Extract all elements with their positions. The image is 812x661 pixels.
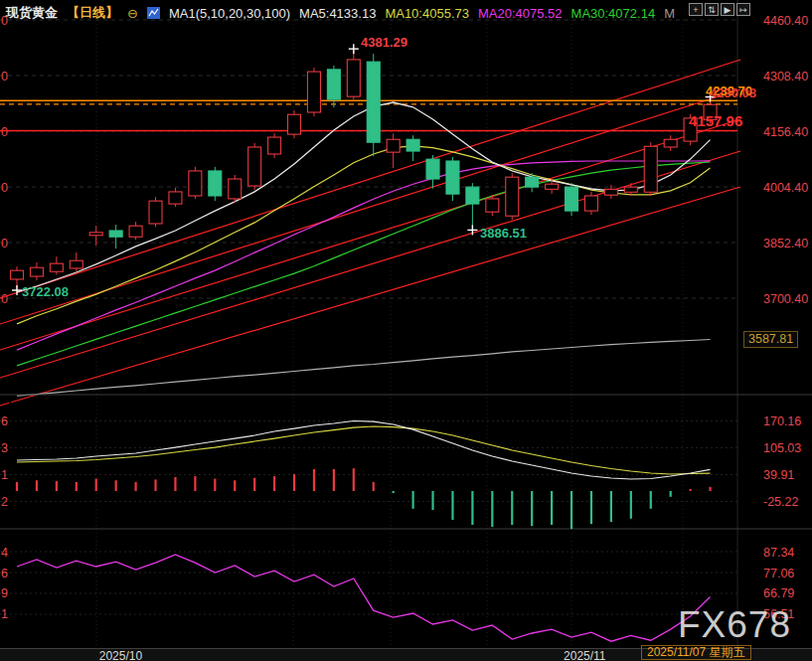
candle-body bbox=[426, 159, 439, 179]
interval-label[interactable]: 【日线】 bbox=[67, 4, 118, 22]
macd-axis-label: 105.03 bbox=[763, 441, 801, 455]
candle-body bbox=[526, 177, 539, 187]
jump-latest-icon[interactable]: ↦ bbox=[736, 3, 750, 16]
first-low-label: 3722.08 bbox=[22, 284, 69, 299]
rsi-line bbox=[17, 555, 711, 641]
zoom-range-icon[interactable]: ⇅ bbox=[705, 3, 719, 16]
candle-body bbox=[347, 60, 360, 96]
high-price-label: 4381.29 bbox=[361, 35, 407, 50]
candle-body bbox=[288, 114, 301, 134]
current-date-label: 2025/11/07 星期五 bbox=[641, 645, 751, 660]
candle-body bbox=[604, 189, 617, 195]
rsi-axis-label: 77.06 bbox=[763, 567, 794, 580]
ma5-value: MA5:4133.13 bbox=[299, 6, 376, 21]
rsi-params: RSI(14,14,14) bbox=[8, 533, 88, 548]
ma20-value: MA20:4075.52 bbox=[478, 6, 563, 21]
macd-axis-label: 170.16 bbox=[763, 414, 801, 428]
trading-chart-window: { "header": { "title": "现货黄金", "period":… bbox=[0, 0, 812, 661]
left-axis-digit: 3 bbox=[1, 441, 8, 455]
chart-toolbar: +⇅▶↦ bbox=[689, 3, 750, 16]
watermark: FX678 bbox=[678, 604, 791, 646]
left-axis-digit: 0 bbox=[1, 125, 8, 139]
macd-value: MACD:18.34 bbox=[254, 399, 328, 413]
left-axis-digit: 0 bbox=[1, 181, 8, 195]
main-chart-header: 现货黄金 【日线】 ⊖ MA1(5,10,20,30,100) MA5:4133… bbox=[6, 4, 675, 22]
ma100-line bbox=[17, 340, 711, 397]
price-axis-label: 4308.40 bbox=[763, 70, 808, 83]
candle-body bbox=[109, 231, 122, 237]
m-label: M bbox=[664, 6, 675, 21]
candle-body bbox=[664, 139, 677, 147]
candle-body bbox=[624, 187, 637, 192]
rsi-axis-label: 66.79 bbox=[763, 586, 794, 600]
candle-body bbox=[229, 179, 242, 199]
dea-line bbox=[17, 426, 711, 474]
left-axis-digit: 0 bbox=[1, 292, 8, 306]
candle-body bbox=[406, 139, 419, 151]
candle-body bbox=[486, 199, 499, 212]
price-axis-label: 3700.40 bbox=[763, 292, 808, 306]
candle-body bbox=[268, 137, 281, 154]
rsi1-value: RSI1:65.09 bbox=[98, 533, 163, 548]
candlestick-mini-icon[interactable] bbox=[147, 7, 160, 19]
candle-body bbox=[11, 270, 24, 279]
rsi-axis-label: 87.34 bbox=[763, 546, 794, 560]
price-axis-label: 4460.40 bbox=[763, 14, 808, 28]
candle-body bbox=[546, 184, 559, 189]
dif-line bbox=[17, 421, 711, 480]
ma10-value: MA10:4055.73 bbox=[385, 6, 469, 21]
candle-body bbox=[129, 226, 142, 237]
candle-body bbox=[584, 196, 597, 211]
left-axis-digit: 6 bbox=[1, 567, 8, 580]
diff-value: DIFF:52.09 bbox=[107, 399, 172, 413]
rsi3-value: RSI3:65.09 bbox=[247, 533, 312, 548]
candle-body bbox=[307, 72, 320, 112]
candle-body bbox=[387, 139, 400, 152]
candle-body bbox=[169, 192, 182, 204]
trendline bbox=[0, 187, 740, 406]
candle-body bbox=[466, 187, 479, 204]
ma100-price-tag: 3587.81 bbox=[743, 331, 798, 348]
left-axis-digit: 4 bbox=[1, 546, 8, 560]
ma-group-label: MA1(5,10,20,30,100) bbox=[169, 6, 290, 21]
low-price-label: 3886.51 bbox=[480, 226, 527, 241]
candle-body bbox=[506, 177, 519, 216]
macd-header: MACD(26,12,9) DIFF:52.09 DEA:42.92 MACD:… bbox=[8, 399, 329, 413]
candle-body bbox=[30, 267, 43, 276]
candle-body bbox=[189, 171, 202, 196]
ma30-value: MA30:4072.14 bbox=[571, 6, 656, 21]
macd-params: MACD(26,12,9) bbox=[8, 399, 97, 413]
rsi2-value: RSI2:65.09 bbox=[173, 533, 238, 548]
candle-body bbox=[50, 263, 63, 271]
left-axis-digit: 2 bbox=[1, 495, 8, 509]
left-axis-digit: 0 bbox=[1, 70, 8, 83]
left-axis-digit: 1 bbox=[1, 607, 8, 621]
month-tick-oct: 2025/10 bbox=[99, 649, 142, 661]
candle-body bbox=[70, 260, 82, 268]
price-axis-label: 4004.40 bbox=[763, 181, 808, 195]
dea-value: DEA:42.92 bbox=[182, 399, 244, 413]
pan-icon[interactable]: + bbox=[689, 3, 703, 16]
left-axis-digit: 1 bbox=[1, 468, 8, 482]
candle-body bbox=[149, 201, 162, 224]
level-price-label-2: 4230.08 bbox=[710, 85, 756, 100]
left-axis-digit: 0 bbox=[1, 237, 8, 250]
candle-body bbox=[248, 147, 261, 186]
candle-body bbox=[327, 70, 340, 99]
candle-body bbox=[644, 146, 657, 192]
symbol-title: 现货黄金 bbox=[6, 4, 58, 22]
price-axis-label: 3852.40 bbox=[763, 237, 808, 250]
chart-canvas[interactable]: 4460.4004308.4004156.4004004.4003852.400… bbox=[0, 0, 812, 661]
collapse-icon[interactable]: ⊖ bbox=[127, 6, 138, 21]
candle-body bbox=[446, 161, 459, 194]
price-axis-label: 4156.40 bbox=[763, 125, 808, 139]
candle-body bbox=[89, 233, 102, 236]
hline-price-label: 4157.96 bbox=[689, 112, 742, 129]
macd-axis-label: -25.22 bbox=[763, 495, 798, 509]
macd-axis-label: 39.91 bbox=[763, 468, 794, 482]
left-axis-digit: 6 bbox=[1, 414, 8, 428]
left-axis-digit: 9 bbox=[1, 586, 8, 600]
month-tick-nov: 2025/11 bbox=[564, 649, 606, 661]
play-forward-icon[interactable]: ▶ bbox=[721, 3, 734, 16]
candle-body bbox=[209, 171, 222, 196]
